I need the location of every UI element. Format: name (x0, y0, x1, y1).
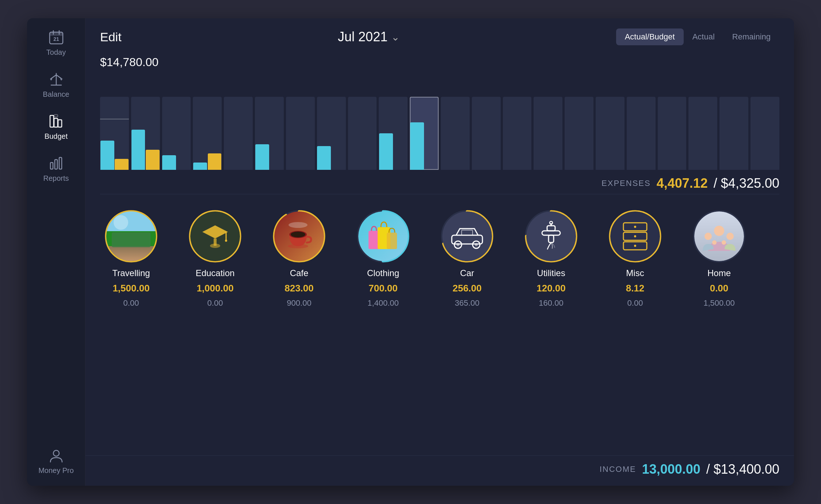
bar-group[interactable] (534, 75, 562, 170)
bar-group[interactable] (503, 75, 532, 170)
svg-point-30 (291, 232, 305, 237)
expenses-label: EXPENSES (602, 179, 651, 188)
svg-rect-9 (50, 115, 54, 127)
svg-point-23 (210, 244, 220, 248)
category-item-travelling[interactable]: Travelling 1,500.00 0.00 (100, 209, 162, 448)
svg-point-58 (634, 235, 636, 237)
svg-point-16 (53, 450, 59, 456)
category-circle-education (188, 209, 243, 264)
category-item-cafe[interactable]: Cafe 823.00 900.00 (268, 209, 330, 448)
period-selector[interactable]: Jul 2021 ⌄ (122, 29, 616, 45)
bar-group[interactable] (565, 75, 593, 170)
bar-group[interactable] (255, 75, 284, 170)
category-item-home[interactable]: Home 0.00 1,500.00 (688, 209, 750, 448)
svg-line-8 (56, 75, 61, 79)
category-item-education[interactable]: Education 1,000.00 0.00 (184, 209, 246, 448)
svg-point-51 (550, 221, 553, 224)
sidebar-item-balance[interactable]: Balance (43, 71, 69, 99)
sidebar-item-reports-label: Reports (43, 174, 69, 183)
bar-group[interactable] (379, 75, 408, 170)
sidebar-item-today[interactable]: 21 Today (46, 29, 66, 57)
sidebar-item-reports[interactable]: Reports (43, 155, 69, 183)
svg-rect-36 (387, 233, 397, 249)
category-actual-travelling: 1,500.00 (112, 283, 149, 294)
bar-group[interactable] (317, 75, 346, 170)
svg-rect-47 (542, 231, 560, 235)
chart-section: $14,780.00 EXPENSES 4,407.12 / $4,325.00 (85, 56, 794, 194)
reports-icon (48, 155, 64, 171)
budget-icon (48, 113, 64, 129)
tab-remaining[interactable]: Remaining (723, 28, 779, 45)
tab-actual[interactable]: Actual (684, 28, 723, 45)
bar-group[interactable] (348, 75, 377, 170)
bar-group[interactable] (688, 75, 717, 170)
svg-rect-15 (59, 157, 62, 169)
sidebar-item-moneypro[interactable]: Money Pro (38, 447, 74, 475)
category-budget-utilities: 160.00 (539, 298, 563, 308)
bar-group[interactable] (441, 75, 470, 170)
svg-point-59 (634, 245, 636, 247)
category-circle-home (692, 209, 746, 264)
bar-group[interactable] (596, 75, 625, 170)
category-item-misc[interactable]: Misc 8.12 0.00 (604, 209, 666, 448)
bar-chart (100, 75, 779, 170)
svg-point-63 (726, 233, 734, 240)
bar-group[interactable] (472, 75, 501, 170)
svg-point-42 (457, 243, 459, 246)
category-actual-clothing: 700.00 (369, 283, 398, 294)
edit-button[interactable]: Edit (100, 30, 122, 44)
category-circle-car (440, 209, 494, 264)
bar-group[interactable] (751, 75, 779, 170)
category-item-car[interactable]: Car 256.00 365.00 (436, 209, 498, 448)
category-budget-misc: 0.00 (627, 298, 643, 308)
bar-group[interactable] (100, 75, 129, 170)
bar-group[interactable] (410, 75, 439, 170)
expenses-budget: / $4,325.00 (714, 176, 779, 191)
bar-group[interactable] (162, 75, 191, 170)
category-budget-cafe: 900.00 (287, 298, 311, 308)
svg-rect-14 (55, 160, 57, 169)
sidebar-item-budget-label: Budget (45, 132, 68, 141)
category-circle-cafe (272, 209, 327, 264)
svg-rect-39 (452, 235, 482, 244)
category-actual-education: 1,000.00 (196, 283, 233, 294)
bar-group[interactable] (286, 75, 315, 170)
svg-point-61 (714, 226, 724, 236)
app-container: 21 Today Balance (27, 18, 794, 486)
category-actual-cafe: 823.00 (285, 283, 314, 294)
income-actual: 13,000.00 (642, 462, 700, 477)
svg-rect-44 (462, 230, 473, 235)
category-item-utilities[interactable]: Utilities 120.00 160.00 (520, 209, 582, 448)
bar-group[interactable] (193, 75, 222, 170)
category-name-home: Home (707, 268, 731, 278)
svg-rect-12 (58, 120, 62, 127)
chart-total-amount: $14,780.00 (100, 56, 779, 69)
category-name-utilities: Utilities (537, 268, 565, 278)
category-budget-home: 1,500.00 (703, 298, 735, 308)
category-name-misc: Misc (626, 268, 644, 278)
bar-group[interactable] (719, 75, 748, 170)
income-budget: / $13,400.00 (706, 462, 779, 477)
category-actual-car: 256.00 (452, 283, 482, 294)
category-actual-misc: 8.12 (626, 283, 645, 294)
category-name-cafe: Cafe (290, 268, 309, 278)
svg-marker-21 (202, 225, 228, 238)
category-name-car: Car (460, 268, 474, 278)
svg-rect-49 (547, 226, 555, 231)
sidebar-item-balance-label: Balance (43, 90, 69, 99)
sidebar-item-today-label: Today (46, 48, 66, 57)
category-name-clothing: Clothing (367, 268, 399, 278)
period-label: Jul 2021 (338, 29, 387, 45)
income-row: INCOME 13,000.00 / $13,400.00 (85, 455, 794, 486)
category-budget-education: 0.00 (207, 298, 223, 308)
category-budget-travelling: 0.00 (123, 298, 139, 308)
main-content: Edit Jul 2021 ⌄ Actual/Budget Actual Rem… (85, 18, 794, 486)
bar-group[interactable] (658, 75, 687, 170)
bar-group[interactable] (627, 75, 656, 170)
bar-group[interactable] (131, 75, 160, 170)
expenses-row: EXPENSES 4,407.12 / $4,325.00 (100, 170, 779, 194)
category-item-clothing[interactable]: Clothing 700.00 1,400.00 (352, 209, 414, 448)
bar-group[interactable] (224, 75, 253, 170)
tab-actual-budget[interactable]: Actual/Budget (616, 28, 684, 45)
sidebar-item-budget[interactable]: Budget (45, 113, 68, 141)
